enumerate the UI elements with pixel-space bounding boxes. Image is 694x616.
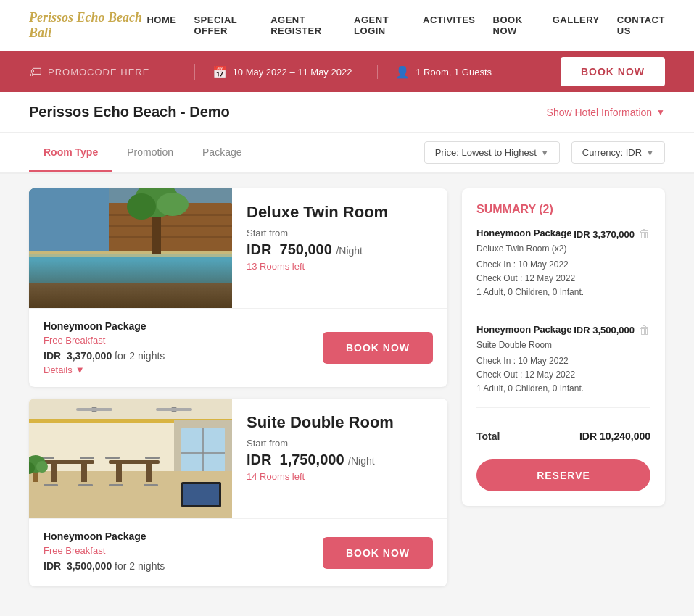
guests-info[interactable]: 1 Room, 1 Guests [416,67,492,78]
nav-special-offer[interactable]: SPECIAL OFFER [194,14,253,36]
book-room-button[interactable]: BOOK NOW [323,332,433,364]
svg-rect-6 [29,188,109,254]
promo-input[interactable]: PROMOCODE HERE [48,67,149,78]
show-hotel-info-label: Show Hotel Information [547,107,653,118]
date-range[interactable]: 10 May 2022 – 11 May 2022 [233,67,352,78]
tab-room-type[interactable]: Room Type [29,135,112,172]
total-label: Total [476,430,500,442]
nav-home[interactable]: HOME [146,14,176,36]
nav-gallery[interactable]: GALLERY [553,14,600,36]
summary-price-delete: IDR 3,500,000 🗑 [574,324,650,337]
chevron-down-icon: ▼ [646,149,654,157]
svg-rect-14 [29,254,232,283]
svg-rect-27 [44,460,94,464]
svg-rect-18 [76,408,112,411]
svg-rect-39 [109,484,123,486]
svg-rect-34 [109,460,160,464]
summary-price: IDR 3,370,000 [574,229,635,240]
nav-activites[interactable]: ACTIVITES [423,14,475,36]
room-image [29,188,232,308]
summary-card: SUMMARY (2) Honeymoon Package IDR 3,370,… [462,188,665,506]
room-image [29,399,232,518]
promo-section[interactable]: 🏷 PROMOCODE HERE [29,64,195,80]
summary-price-delete: IDR 3,370,000 🗑 [574,228,650,241]
summary-guests: 1 Adult, 0 Children, 0 Infant. [476,286,650,299]
guests-section[interactable]: 👤 1 Room, 1 Guests [378,65,561,79]
date-section[interactable]: 📅 10 May 2022 – 11 May 2022 [195,65,379,79]
summary-check-in: Check In : 10 May 2022 [476,354,650,368]
summary-check-in: Check In : 10 May 2022 [476,258,650,272]
total-amount: IDR 10,240,000 [579,430,650,442]
summary-room-name: Deluxe Twin Room (x2) [476,244,650,254]
nav-agent-register[interactable]: AGENT REGISTER [270,14,336,36]
svg-point-11 [127,193,156,220]
svg-rect-20 [156,408,192,411]
tag-icon: 🏷 [29,64,42,80]
price-filter[interactable]: Price: Lowest to Highest ▼ [424,141,560,164]
room-price: IDR 1,750,000 /Night [247,451,433,468]
hotel-header: Perissos Echo Beach - Demo Show Hotel In… [0,92,694,133]
room-card-bottom: Honeymoon Package Free Breakfast IDR 3,5… [29,518,447,586]
tab-promotion[interactable]: Promotion [112,135,188,172]
rooms-left[interactable]: 13 Rooms left [247,261,433,272]
room-name: Suite Double Room [247,413,433,432]
package-feature: Free Breakfast [44,335,323,346]
svg-point-44 [36,461,48,473]
svg-point-12 [157,193,189,216]
delete-item-button[interactable]: 🗑 [639,324,650,337]
book-now-button[interactable]: BOOK NOW [561,57,665,86]
reserve-button[interactable]: RESERVE [476,459,650,491]
room-details: Suite Double Room Start from IDR 1,750,0… [232,399,447,518]
tab-package[interactable]: Package [188,135,256,172]
calendar-icon: 📅 [212,65,227,79]
nav-links: HOME SPECIAL OFFER AGENT REGISTER AGENT … [146,14,665,36]
currency-filter-label: Currency: IDR [582,147,642,158]
room-photo-svg [29,399,232,518]
summary-total: Total IDR 10,240,000 [476,420,650,452]
package-price: IDR 3,370,000 for 2 nights [44,350,323,362]
svg-rect-36 [146,464,152,482]
package-price: IDR 3,500,000 for 2 nights [44,560,323,572]
nav-agent-login[interactable]: AGENT LOGIN [354,14,405,36]
per-night-label: /Night [336,245,363,257]
package-feature: Free Breakfast [44,545,323,556]
room-photo-svg [29,188,232,308]
rooms-list: Deluxe Twin Room Start from IDR 750,000 … [29,188,447,586]
room-card-bottom: Honeymoon Package Free Breakfast IDR 3,3… [29,308,447,387]
room-price: IDR 750,000 /Night [247,241,433,258]
room-details: Deluxe Twin Room Start from IDR 750,000 … [232,188,447,308]
svg-rect-32 [44,484,58,486]
hotel-name: Perissos Echo Beach - Demo [29,104,230,120]
svg-rect-38 [145,457,160,459]
package-name: Honeymoon Package [44,320,323,332]
summary-package-name: Honeymoon Package [476,324,572,335]
show-hotel-info[interactable]: Show Hotel Information ▼ [547,107,665,118]
svg-rect-16 [29,399,232,420]
svg-rect-4 [102,225,232,227]
nav-contact-us[interactable]: CONTACT US [617,14,665,36]
room-card: Deluxe Twin Room Start from IDR 750,000 … [29,188,447,387]
book-room-button[interactable]: BOOK NOW [323,537,433,569]
currency-filter[interactable]: Currency: IDR ▼ [571,141,665,164]
brand-logo: Perissos Echo Beach Bali [29,10,146,41]
delete-item-button[interactable]: 🗑 [639,228,650,241]
start-from-label: Start from [247,438,433,449]
rooms-left[interactable]: 14 Rooms left [247,471,433,482]
package-details[interactable]: Details ▼ [44,365,323,375]
chevron-down-icon: ▼ [75,365,85,375]
summary-item: Honeymoon Package IDR 3,370,000 🗑 Deluxe… [476,228,650,312]
summary-check-out: Check Out : 12 May 2022 [476,368,650,382]
person-icon: 👤 [395,65,410,79]
price-filter-label: Price: Lowest to Highest [435,147,537,158]
summary-panel: SUMMARY (2) Honeymoon Package IDR 3,370,… [462,188,665,586]
summary-item-header: Honeymoon Package IDR 3,370,000 🗑 [476,228,650,241]
nav-book-now[interactable]: BOOK NOW [493,14,535,36]
room-card-top: Deluxe Twin Room Start from IDR 750,000 … [29,188,447,308]
summary-package-name: Honeymoon Package [476,228,572,238]
svg-rect-29 [81,464,87,482]
room-name: Deluxe Twin Room [247,203,433,222]
navigation: Perissos Echo Beach Bali HOME SPECIAL OF… [0,0,694,51]
room-tabs: Room Type Promotion Package [29,135,257,170]
summary-price: IDR 3,500,000 [574,325,635,336]
per-night-label: /Night [348,455,375,467]
